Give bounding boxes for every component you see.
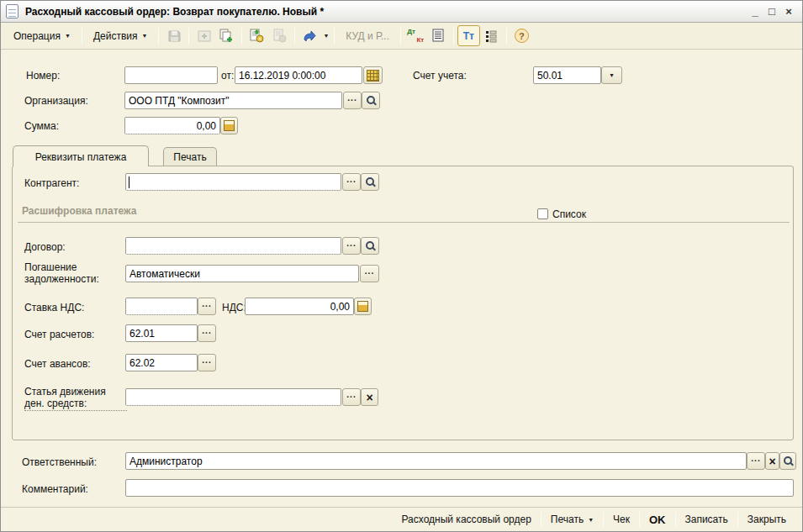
unpost-document-button <box>268 25 291 46</box>
settlement-account-field[interactable]: 62.01 <box>125 324 198 342</box>
cash-flow-item-select-button[interactable]: ... <box>342 388 361 406</box>
dt-kt-icon: Дт Кт <box>407 29 424 44</box>
tab-print[interactable]: Печать <box>163 147 217 166</box>
contract-select-button[interactable]: ... <box>342 237 361 255</box>
vat-amount-field[interactable]: 0,00 <box>245 298 354 315</box>
tt-icon: Тт <box>463 30 474 42</box>
bottom-separator <box>639 512 640 527</box>
contract-label: Договор: <box>24 241 66 253</box>
calendar-icon <box>367 70 379 82</box>
help-button[interactable]: ? <box>510 25 533 46</box>
export-dropdown-arrow[interactable]: ▼ <box>323 33 329 39</box>
tab-payment-details[interactable]: Реквизиты платежа <box>13 145 149 166</box>
magnifier-icon <box>365 240 376 251</box>
magnifier-icon <box>366 95 377 106</box>
toolbar-separator <box>506 28 507 45</box>
ok-button[interactable]: OK <box>642 510 674 529</box>
toolbar-separator <box>82 28 82 45</box>
number-field[interactable] <box>124 66 218 84</box>
account-label: Счет учета: <box>413 70 467 82</box>
vat-calc-button[interactable] <box>354 298 372 315</box>
toolbar-separator <box>188 28 189 45</box>
vat-rate-field[interactable] <box>125 298 198 315</box>
responsible-field[interactable]: Администратор <box>125 452 747 470</box>
bottom-button-bar: Расходный кассовый ордер Печать ▼ Чек OK… <box>1 507 802 531</box>
amount-field[interactable]: 0,00 <box>124 117 220 134</box>
list-checkbox-label: Список <box>552 208 586 220</box>
contract-field[interactable] <box>125 237 341 255</box>
organization-select-button[interactable]: ... <box>343 92 362 109</box>
chevron-down-icon: ▼ <box>588 517 594 523</box>
calendar-button[interactable] <box>363 66 383 84</box>
save-record-button[interactable]: Записать <box>678 510 736 529</box>
export-arrow-icon <box>303 29 317 43</box>
show-postings-button[interactable]: Дт Кт <box>404 25 427 46</box>
document-icon <box>6 4 18 18</box>
bottom-separator <box>675 512 676 527</box>
repayment-select-button[interactable]: ... <box>360 265 379 282</box>
post-document-button[interactable] <box>246 25 268 46</box>
export-button[interactable] <box>298 25 321 46</box>
amount-calc-button[interactable] <box>220 117 238 134</box>
print-button[interactable]: Печать ▼ <box>543 510 601 529</box>
contractor-field[interactable] <box>125 173 341 191</box>
comment-field[interactable] <box>125 479 794 497</box>
organization-field[interactable]: ООО ПТД "Композит" <box>124 92 342 109</box>
repayment-field[interactable]: Автоматически <box>125 265 359 282</box>
settlement-account-select-button[interactable]: ... <box>198 324 216 342</box>
toolbar-separator <box>334 28 335 45</box>
title-bar: Расходный кассовый ордер: Возврат покупа… <box>1 1 802 23</box>
doc-type-label: Расходный кассовый ордер <box>394 510 539 529</box>
structure-button[interactable] <box>480 25 503 46</box>
window-title: Расходный кассовый ордер: Возврат покупа… <box>25 6 747 18</box>
amount-label: Сумма: <box>24 120 59 132</box>
totals-toggle-button[interactable]: Тт <box>457 25 480 46</box>
list-checkbox[interactable] <box>537 208 548 219</box>
magnifier-icon <box>783 456 794 466</box>
organization-open-button[interactable] <box>362 92 380 109</box>
operation-menu-button[interactable]: Операция ▼ <box>6 26 78 46</box>
date-field[interactable]: 16.12.2019 0:00:00 <box>235 66 362 84</box>
check-button[interactable]: Чек <box>605 510 637 529</box>
reread-icon <box>198 29 211 43</box>
repayment-label: Погашение задолженности: <box>24 261 124 285</box>
contractor-open-button[interactable] <box>361 173 379 191</box>
operation-menu-label: Операция <box>13 30 61 42</box>
advance-account-select-button[interactable]: ... <box>198 354 216 371</box>
kudir-button: КУД и Р... <box>338 26 396 46</box>
toolbar-separator <box>294 28 295 45</box>
save-button <box>162 25 185 46</box>
close-form-button[interactable]: Закрыть <box>740 510 794 529</box>
advance-account-label: Счет авансов: <box>24 358 91 370</box>
minimize-button[interactable]: _ <box>747 3 763 20</box>
vat-rate-select-button[interactable]: ... <box>198 298 216 315</box>
responsible-clear-button[interactable]: × <box>765 452 779 470</box>
chevron-down-icon: ▼ <box>141 33 147 39</box>
toolbar: Операция ▼ Действия ▼ <box>1 23 802 50</box>
responsible-open-button[interactable] <box>779 452 796 470</box>
cash-flow-item-label: Статья движения ден. средств: <box>24 386 127 411</box>
close-button[interactable]: × <box>780 3 797 20</box>
actions-menu-label: Действия <box>93 30 138 42</box>
number-label: Номер: <box>26 70 60 82</box>
magnifier-icon <box>365 176 376 187</box>
cash-flow-item-clear-button[interactable]: × <box>361 388 378 406</box>
structure-list-icon <box>484 29 498 43</box>
bottom-separator <box>737 512 738 527</box>
account-dropdown-button[interactable]: ▼ <box>601 66 622 84</box>
actions-menu-button[interactable]: Действия ▼ <box>86 26 156 46</box>
unpost-document-icon <box>272 29 287 43</box>
journal-button[interactable] <box>427 25 450 46</box>
contract-open-button[interactable] <box>361 237 379 255</box>
document-window: Расходный кассовый ордер: Возврат покупа… <box>0 0 803 532</box>
clear-x-icon: × <box>366 391 372 404</box>
journal-icon <box>431 29 445 43</box>
responsible-select-button[interactable]: ... <box>747 452 765 470</box>
maximize-button[interactable]: □ <box>763 3 780 20</box>
account-combo[interactable]: 50.01 <box>533 66 601 84</box>
advance-account-field[interactable]: 62.02 <box>125 354 198 371</box>
section-divider <box>18 222 790 223</box>
cash-flow-item-field[interactable] <box>125 388 341 406</box>
contractor-select-button[interactable]: ... <box>342 173 361 191</box>
copy-button[interactable] <box>215 25 238 46</box>
